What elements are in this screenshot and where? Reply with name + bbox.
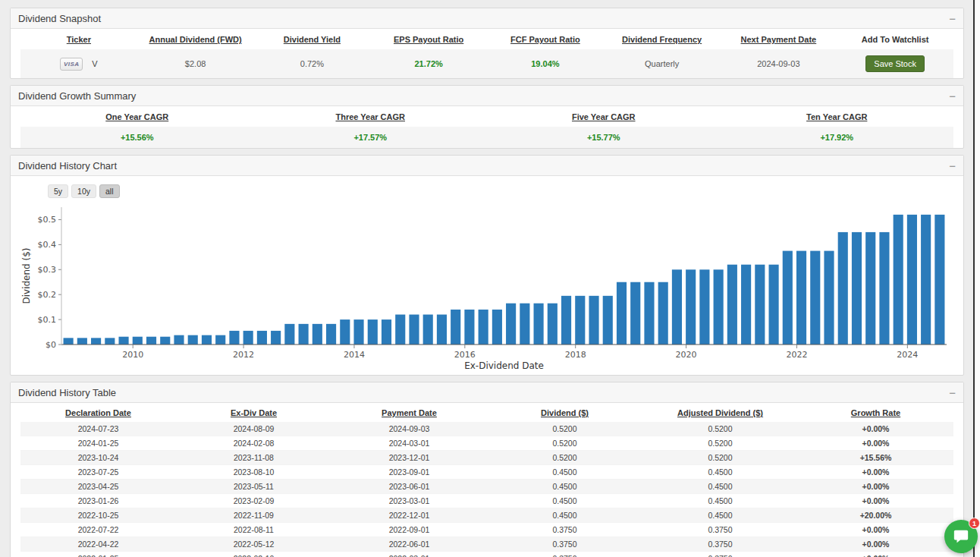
cell-adjusted-dividend: 0.5200 <box>642 422 798 436</box>
fcf-payout-value: 19.04% <box>487 49 604 78</box>
table-row: 2023-01-262023-02-092023-03-010.45000.45… <box>20 494 953 508</box>
cell-payment-date: 2022-03-01 <box>331 552 487 557</box>
column-header-fcf-payout-ratio[interactable]: FCF Payout Ratio <box>487 29 604 49</box>
cell-adjusted-dividend: 0.4500 <box>642 480 798 494</box>
cell-payment-date: 2022-12-01 <box>331 508 487 523</box>
cell-payment-date: 2023-06-01 <box>331 480 487 494</box>
cell-declaration-date: 2023-01-26 <box>20 494 176 508</box>
cell-adjusted-dividend: 0.4500 <box>642 494 798 508</box>
range-button-all[interactable]: all <box>99 184 120 198</box>
chat-notification-badge: 1 <box>969 518 980 529</box>
chat-bubble-icon <box>953 528 969 545</box>
column-header-dividend[interactable]: Dividend ($) <box>487 403 642 422</box>
window-edge <box>973 0 975 557</box>
save-stock-button[interactable]: Save Stock <box>865 55 925 72</box>
svg-text:2024: 2024 <box>897 350 918 360</box>
column-header-dividend-yield[interactable]: Dividend Yield <box>254 29 371 49</box>
cell-adjusted-dividend: 0.4500 <box>642 465 798 480</box>
collapse-icon[interactable]: − <box>949 387 956 398</box>
cell-dividend: 0.4500 <box>487 494 642 508</box>
cell-payment-date: 2023-09-01 <box>331 465 487 480</box>
eps-payout-value: 21.72% <box>370 49 487 78</box>
column-header-ticker[interactable]: Ticker <box>20 29 137 49</box>
svg-text:2022: 2022 <box>786 350 807 360</box>
svg-text:$0.2: $0.2 <box>38 290 57 300</box>
cell-growth-rate: +0.00% <box>798 552 953 557</box>
cell-declaration-date: 2024-01-25 <box>20 436 176 451</box>
panel-header-snapshot: Dividend Snapshot − <box>11 8 963 29</box>
history-header-row: Declaration DateEx-Div DatePayment DateD… <box>20 403 953 422</box>
collapse-icon[interactable]: − <box>949 90 956 102</box>
cell-growth-rate: +0.00% <box>798 436 953 451</box>
collapse-icon[interactable]: − <box>949 160 956 172</box>
column-header-declaration-date[interactable]: Declaration Date <box>20 403 176 422</box>
svg-text:2012: 2012 <box>233 350 254 360</box>
svg-text:$0.3: $0.3 <box>38 265 57 275</box>
growth-summary-table: One Year CAGRThree Year CAGRFive Year CA… <box>20 106 953 148</box>
column-header-payment-date[interactable]: Payment Date <box>331 403 487 422</box>
cell-ex-div-date: 2022-05-12 <box>176 537 331 552</box>
panel-title: Dividend Growth Summary <box>18 90 136 102</box>
scrollbar-track[interactable] <box>975 0 980 557</box>
cell-dividend: 0.4500 <box>487 508 642 523</box>
panel-dividend-history-table: Dividend History Table − Declaration Dat… <box>10 382 964 557</box>
dividend-frequency-value: Quarterly <box>604 49 721 78</box>
cell-adjusted-dividend: 0.5200 <box>642 436 798 451</box>
cagr-value-three-year-cagr: +17.57% <box>254 127 488 148</box>
panel-header-history: Dividend History Table − <box>11 382 963 403</box>
cell-adjusted-dividend: 0.3750 <box>642 537 798 552</box>
range-button-10y[interactable]: 10y <box>71 184 96 198</box>
column-header-next-payment-date[interactable]: Next Payment Date <box>721 29 837 49</box>
chart-range-buttons: 5y10yall <box>48 184 953 198</box>
cell-growth-rate: +20.00% <box>798 508 953 523</box>
panel-dividend-growth-summary: Dividend Growth Summary − One Year CAGRT… <box>10 85 964 149</box>
panel-dividend-snapshot: Dividend Snapshot − TickerAnnual Dividen… <box>10 8 964 79</box>
dividend-yield-value: 0.72% <box>254 49 371 78</box>
cell-payment-date: 2022-06-01 <box>331 537 487 552</box>
cell-ex-div-date: 2022-02-10 <box>176 552 331 557</box>
svg-text:Dividend ($): Dividend ($) <box>21 247 32 304</box>
column-header-ten-year-cagr[interactable]: Ten Year CAGR <box>721 106 954 127</box>
column-header-dividend-frequency[interactable]: Dividend Frequency <box>604 29 721 49</box>
column-header-five-year-cagr[interactable]: Five Year CAGR <box>487 106 721 127</box>
column-header-adjusted-dividend[interactable]: Adjusted Dividend ($) <box>642 403 798 422</box>
table-row: 2023-10-242023-11-082023-12-010.52000.52… <box>20 451 953 465</box>
cell-declaration-date: 2023-10-24 <box>20 451 176 465</box>
cell-dividend: 0.5200 <box>487 451 642 465</box>
table-row: 2024-07-232024-08-092024-09-030.52000.52… <box>20 422 953 436</box>
cell-declaration-date: 2024-07-23 <box>20 422 176 436</box>
cell-payment-date: 2024-03-01 <box>331 436 487 451</box>
table-row: 2022-07-222022-08-112022-09-010.37500.37… <box>20 523 953 537</box>
cell-growth-rate: +0.00% <box>798 494 953 508</box>
column-header-eps-payout-ratio[interactable]: EPS Payout Ratio <box>370 29 487 49</box>
collapse-icon[interactable]: − <box>949 13 956 24</box>
cell-payment-date: 2022-09-01 <box>331 523 487 537</box>
cell-dividend: 0.3750 <box>487 523 642 537</box>
panel-title: Dividend History Table <box>18 387 116 398</box>
cell-payment-date: 2023-12-01 <box>331 451 487 465</box>
panel-header-chart: Dividend History Chart − <box>11 156 963 176</box>
cell-declaration-date: 2023-04-25 <box>20 480 176 494</box>
svg-text:2016: 2016 <box>454 350 476 360</box>
svg-text:$0.4: $0.4 <box>38 240 57 250</box>
cell-adjusted-dividend: 0.4500 <box>642 508 798 523</box>
cell-adjusted-dividend: 0.5200 <box>642 451 798 465</box>
ticker-cell: VISA V <box>20 49 137 78</box>
cell-ex-div-date: 2023-05-11 <box>176 480 331 494</box>
panel-title: Dividend Snapshot <box>18 13 101 24</box>
column-header-annual-dividend-fwd[interactable]: Annual Dividend (FWD) <box>137 29 254 49</box>
cagr-value-ten-year-cagr: +17.92% <box>721 127 954 148</box>
cell-ex-div-date: 2022-11-09 <box>176 508 331 523</box>
cell-ex-div-date: 2022-08-11 <box>176 523 331 537</box>
cell-growth-rate: +0.00% <box>798 465 953 480</box>
range-button-5y[interactable]: 5y <box>48 184 68 198</box>
column-header-one-year-cagr[interactable]: One Year CAGR <box>20 106 254 127</box>
chat-widget-button[interactable]: 1 <box>944 520 978 553</box>
ticker-symbol: V <box>92 59 97 68</box>
panel-dividend-history-chart: Dividend History Chart − 5y10yall $0$0.1… <box>10 155 964 376</box>
table-row: 2023-07-252023-08-102023-09-010.45000.45… <box>20 465 953 480</box>
cagr-value-five-year-cagr: +15.77% <box>487 127 721 148</box>
column-header-growth-rate[interactable]: Growth Rate <box>798 403 953 422</box>
column-header-three-year-cagr[interactable]: Three Year CAGR <box>254 106 488 127</box>
column-header-ex-div-date[interactable]: Ex-Div Date <box>176 403 331 422</box>
